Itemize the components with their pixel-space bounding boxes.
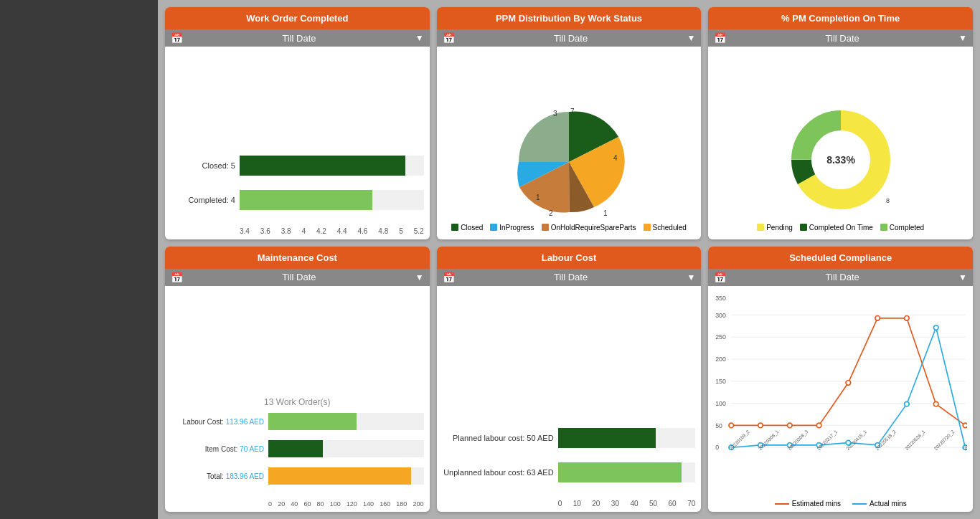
scheduled-compliance-filter-label: Till Date (730, 272, 954, 282)
legend-scheduled: Scheduled (644, 224, 687, 232)
scheduled-compliance-filter[interactable]: 📅 Till Date ▼ (708, 269, 973, 286)
legend-color (852, 503, 867, 505)
calendar-icon: 📅 (171, 272, 183, 283)
legend-color (757, 224, 764, 231)
svg-text:8.33%: 8.33% (826, 154, 855, 166)
svg-text:300: 300 (716, 311, 727, 318)
bar-fill (268, 467, 411, 485)
svg-text:200: 200 (716, 356, 727, 363)
legend-color (490, 224, 497, 231)
labour-cost-filter-label: Till Date (459, 272, 683, 282)
labour-cost-body: Planned labour cost: 50 AED Unplanned la… (437, 286, 702, 513)
table-row: Completed: 4 (171, 190, 424, 210)
bar-track (558, 428, 696, 448)
pm-completion-card: % PM Completion On Time 📅 Till Date ▼ 3 … (708, 7, 973, 239)
x-axis: 0 10 20 30 40 50 60 70 (443, 500, 696, 508)
estimated-dot (788, 423, 793, 428)
pie-container: 3 7 4 1 2 1 Closed InProgress (443, 97, 696, 235)
legend-closed: Closed (451, 224, 483, 232)
svg-text:2: 2 (549, 209, 553, 217)
line-chart: 0 50 100 150 200 250 300 350 (714, 296, 967, 454)
chevron-down-icon: ▼ (958, 33, 967, 43)
maintenance-cost-body: 13 Work Order(s) Labour Cost: 113.96 AED… (165, 286, 430, 513)
svg-text:20220720_2: 20220720_2 (933, 429, 956, 452)
estimated-dot (963, 423, 967, 428)
bar-label: Completed: 4 (171, 196, 235, 204)
bar-track (240, 190, 424, 210)
legend-color (451, 224, 458, 231)
bar-fill (268, 413, 357, 430)
pie-legend: Closed InProgress OnHoldRequireSparePart… (451, 224, 687, 232)
x-axis: 3.4 3.6 3.8 4 4.2 4.4 4.6 4.8 5 5.2 (171, 227, 424, 235)
calendar-icon: 📅 (714, 32, 726, 44)
scheduled-compliance-card: Scheduled Compliance 📅 Till Date ▼ 0 50 … (708, 247, 973, 513)
legend-label: Pending (766, 224, 793, 232)
maintenance-cost-filter[interactable]: 📅 Till Date ▼ (165, 269, 430, 286)
svg-text:20220308_3: 20220308_3 (787, 429, 810, 452)
estimated-dot (758, 423, 763, 428)
estimated-dot (729, 423, 734, 428)
labour-cost-card: Labour Cost 📅 Till Date ▼ Planned labour… (437, 247, 702, 513)
work-order-card: Work Order Completed 📅 Till Date ▼ Close… (165, 7, 430, 239)
svg-text:1: 1 (603, 209, 608, 217)
line-chart-container: 0 50 100 150 200 250 300 350 (711, 290, 970, 497)
pm-completion-title: % PM Completion On Time (708, 7, 973, 29)
labour-cost-filter[interactable]: 📅 Till Date ▼ (437, 269, 702, 286)
chevron-down-icon: ▼ (958, 272, 967, 282)
svg-text:20220308_1: 20220308_1 (758, 429, 781, 452)
legend-color (644, 224, 651, 231)
maintenance-cost-title: Maintenance Cost (165, 247, 430, 269)
estimated-line (732, 318, 966, 425)
ppm-filter-label: Till Date (459, 33, 683, 44)
pm-completion-body: 3 ↙ 1 8 8.33% (708, 47, 973, 239)
chevron-down-icon: ▼ (415, 272, 424, 282)
bar-track (268, 467, 424, 485)
work-order-filter[interactable]: 📅 Till Date ▼ (165, 29, 430, 47)
scheduled-compliance-title: Scheduled Compliance (708, 247, 973, 269)
bar-track (240, 156, 424, 176)
donut-legend: Pending Completed On Time Completed (757, 224, 924, 232)
legend-label: Estimated mins (792, 500, 841, 508)
labour-cost-title: Labour Cost (437, 247, 702, 269)
bar-label: Item Cost: 70 AED (171, 445, 264, 453)
bar-track (268, 413, 424, 430)
legend-label: Completed (890, 224, 924, 232)
maintenance-chart: Labour Cost: 113.96 AED Item Cost: 70 AE… (171, 413, 424, 499)
bar-label: Unplanned labour cost: 63 AED (443, 468, 554, 477)
legend-label: Closed (461, 224, 483, 232)
line-chart-legend: Estimated mins Actual mins (711, 500, 970, 508)
legend-color (880, 224, 887, 231)
work-order-body: Closed: 5 Completed: 4 3.4 3.6 3.8 4 4. (165, 47, 430, 239)
svg-text:250: 250 (716, 333, 727, 341)
estimated-dot (846, 380, 851, 385)
ppm-card: PPM Distribution By Work Status 📅 Till D… (437, 7, 702, 239)
svg-text:100: 100 (716, 399, 727, 406)
donut-chart: 3 ↙ 1 8 8.33% (783, 103, 898, 217)
bar-fill (558, 428, 656, 448)
svg-text:20220317_1: 20220317_1 (816, 429, 839, 452)
svg-text:3: 3 (553, 110, 557, 118)
legend-label: InProgress (499, 224, 534, 232)
donut-container: 3 ↙ 1 8 8.33% (714, 95, 967, 235)
calendar-icon: 📅 (443, 272, 455, 283)
x-axis: 0 20 40 60 80 100 120 140 160 180 200 (171, 500, 424, 508)
ppm-title: PPM Distribution By Work Status (437, 7, 702, 29)
svg-text:150: 150 (716, 378, 727, 385)
table-row: Item Cost: 70 AED (171, 440, 424, 457)
legend-label: Actual mins (870, 500, 907, 508)
pm-completion-filter[interactable]: 📅 Till Date ▼ (708, 29, 973, 47)
work-order-title: Work Order Completed (165, 7, 430, 29)
svg-text:7: 7 (570, 108, 575, 115)
actual-dot (934, 325, 939, 330)
bar-fill (240, 190, 372, 210)
bar-track (558, 462, 696, 482)
bar-fill (240, 156, 405, 176)
table-row: Closed: 5 (171, 156, 424, 176)
table-row: Labour Cost: 113.96 AED (171, 413, 424, 430)
ppm-body: 3 7 4 1 2 1 Closed InProgress (437, 47, 702, 239)
legend-inprogress: InProgress (490, 224, 534, 232)
svg-text:4: 4 (613, 154, 618, 162)
bar-label: Closed: 5 (171, 161, 235, 170)
ppm-filter[interactable]: 📅 Till Date ▼ (437, 29, 702, 47)
legend-completed-on-time: Completed On Time (800, 224, 873, 232)
